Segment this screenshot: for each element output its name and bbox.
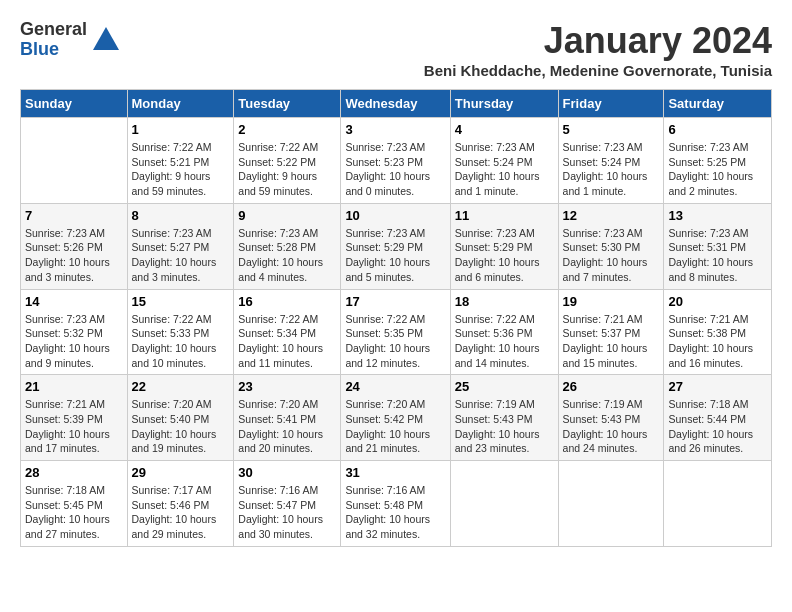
calendar-cell <box>450 461 558 547</box>
header-day-sunday: Sunday <box>21 90 128 118</box>
day-content: Sunrise: 7:23 AM Sunset: 5:29 PM Dayligh… <box>345 226 445 285</box>
day-content: Sunrise: 7:21 AM Sunset: 5:38 PM Dayligh… <box>668 312 767 371</box>
day-number: 30 <box>238 465 336 480</box>
day-content: Sunrise: 7:23 AM Sunset: 5:29 PM Dayligh… <box>455 226 554 285</box>
logo-general-text: General <box>20 20 87 40</box>
day-number: 4 <box>455 122 554 137</box>
day-number: 3 <box>345 122 445 137</box>
day-number: 19 <box>563 294 660 309</box>
week-row-2: 7Sunrise: 7:23 AM Sunset: 5:26 PM Daylig… <box>21 203 772 289</box>
calendar-cell: 31Sunrise: 7:16 AM Sunset: 5:48 PM Dayli… <box>341 461 450 547</box>
header-day-monday: Monday <box>127 90 234 118</box>
day-number: 31 <box>345 465 445 480</box>
week-row-5: 28Sunrise: 7:18 AM Sunset: 5:45 PM Dayli… <box>21 461 772 547</box>
day-content: Sunrise: 7:22 AM Sunset: 5:22 PM Dayligh… <box>238 140 336 199</box>
day-number: 16 <box>238 294 336 309</box>
day-number: 24 <box>345 379 445 394</box>
calendar-cell: 19Sunrise: 7:21 AM Sunset: 5:37 PM Dayli… <box>558 289 664 375</box>
day-content: Sunrise: 7:18 AM Sunset: 5:44 PM Dayligh… <box>668 397 767 456</box>
calendar-cell: 20Sunrise: 7:21 AM Sunset: 5:38 PM Dayli… <box>664 289 772 375</box>
day-content: Sunrise: 7:20 AM Sunset: 5:42 PM Dayligh… <box>345 397 445 456</box>
day-content: Sunrise: 7:23 AM Sunset: 5:32 PM Dayligh… <box>25 312 123 371</box>
logo-blue-text: Blue <box>20 40 87 60</box>
day-content: Sunrise: 7:23 AM Sunset: 5:24 PM Dayligh… <box>455 140 554 199</box>
calendar-cell: 23Sunrise: 7:20 AM Sunset: 5:41 PM Dayli… <box>234 375 341 461</box>
day-content: Sunrise: 7:18 AM Sunset: 5:45 PM Dayligh… <box>25 483 123 542</box>
calendar-cell: 16Sunrise: 7:22 AM Sunset: 5:34 PM Dayli… <box>234 289 341 375</box>
day-content: Sunrise: 7:23 AM Sunset: 5:28 PM Dayligh… <box>238 226 336 285</box>
calendar-body: 1Sunrise: 7:22 AM Sunset: 5:21 PM Daylig… <box>21 118 772 547</box>
day-content: Sunrise: 7:17 AM Sunset: 5:46 PM Dayligh… <box>132 483 230 542</box>
calendar-cell: 28Sunrise: 7:18 AM Sunset: 5:45 PM Dayli… <box>21 461 128 547</box>
day-content: Sunrise: 7:23 AM Sunset: 5:26 PM Dayligh… <box>25 226 123 285</box>
calendar-cell: 18Sunrise: 7:22 AM Sunset: 5:36 PM Dayli… <box>450 289 558 375</box>
location-title: Beni Kheddache, Medenine Governorate, Tu… <box>424 62 772 79</box>
header-day-wednesday: Wednesday <box>341 90 450 118</box>
calendar-cell <box>664 461 772 547</box>
day-number: 5 <box>563 122 660 137</box>
day-content: Sunrise: 7:21 AM Sunset: 5:39 PM Dayligh… <box>25 397 123 456</box>
day-number: 8 <box>132 208 230 223</box>
calendar-cell: 7Sunrise: 7:23 AM Sunset: 5:26 PM Daylig… <box>21 203 128 289</box>
calendar-cell: 9Sunrise: 7:23 AM Sunset: 5:28 PM Daylig… <box>234 203 341 289</box>
day-content: Sunrise: 7:22 AM Sunset: 5:36 PM Dayligh… <box>455 312 554 371</box>
day-content: Sunrise: 7:23 AM Sunset: 5:24 PM Dayligh… <box>563 140 660 199</box>
day-content: Sunrise: 7:22 AM Sunset: 5:35 PM Dayligh… <box>345 312 445 371</box>
calendar-cell: 29Sunrise: 7:17 AM Sunset: 5:46 PM Dayli… <box>127 461 234 547</box>
day-content: Sunrise: 7:19 AM Sunset: 5:43 PM Dayligh… <box>455 397 554 456</box>
calendar-cell: 4Sunrise: 7:23 AM Sunset: 5:24 PM Daylig… <box>450 118 558 204</box>
day-content: Sunrise: 7:22 AM Sunset: 5:21 PM Dayligh… <box>132 140 230 199</box>
day-content: Sunrise: 7:19 AM Sunset: 5:43 PM Dayligh… <box>563 397 660 456</box>
day-content: Sunrise: 7:16 AM Sunset: 5:47 PM Dayligh… <box>238 483 336 542</box>
month-title: January 2024 <box>424 20 772 62</box>
day-number: 9 <box>238 208 336 223</box>
calendar-cell: 10Sunrise: 7:23 AM Sunset: 5:29 PM Dayli… <box>341 203 450 289</box>
calendar-cell: 12Sunrise: 7:23 AM Sunset: 5:30 PM Dayli… <box>558 203 664 289</box>
calendar-cell: 11Sunrise: 7:23 AM Sunset: 5:29 PM Dayli… <box>450 203 558 289</box>
day-content: Sunrise: 7:23 AM Sunset: 5:25 PM Dayligh… <box>668 140 767 199</box>
header-row: SundayMondayTuesdayWednesdayThursdayFrid… <box>21 90 772 118</box>
calendar-cell: 22Sunrise: 7:20 AM Sunset: 5:40 PM Dayli… <box>127 375 234 461</box>
title-section: January 2024 Beni Kheddache, Medenine Go… <box>424 20 772 79</box>
header-day-tuesday: Tuesday <box>234 90 341 118</box>
day-content: Sunrise: 7:16 AM Sunset: 5:48 PM Dayligh… <box>345 483 445 542</box>
day-number: 29 <box>132 465 230 480</box>
header-day-thursday: Thursday <box>450 90 558 118</box>
day-number: 12 <box>563 208 660 223</box>
day-number: 27 <box>668 379 767 394</box>
calendar-header: SundayMondayTuesdayWednesdayThursdayFrid… <box>21 90 772 118</box>
calendar-cell: 21Sunrise: 7:21 AM Sunset: 5:39 PM Dayli… <box>21 375 128 461</box>
logo: General Blue <box>20 20 121 60</box>
calendar-cell: 15Sunrise: 7:22 AM Sunset: 5:33 PM Dayli… <box>127 289 234 375</box>
calendar-cell: 14Sunrise: 7:23 AM Sunset: 5:32 PM Dayli… <box>21 289 128 375</box>
calendar-cell: 13Sunrise: 7:23 AM Sunset: 5:31 PM Dayli… <box>664 203 772 289</box>
day-number: 28 <box>25 465 123 480</box>
day-number: 23 <box>238 379 336 394</box>
day-number: 20 <box>668 294 767 309</box>
day-content: Sunrise: 7:20 AM Sunset: 5:41 PM Dayligh… <box>238 397 336 456</box>
week-row-3: 14Sunrise: 7:23 AM Sunset: 5:32 PM Dayli… <box>21 289 772 375</box>
day-number: 11 <box>455 208 554 223</box>
day-number: 6 <box>668 122 767 137</box>
calendar-cell: 27Sunrise: 7:18 AM Sunset: 5:44 PM Dayli… <box>664 375 772 461</box>
day-content: Sunrise: 7:20 AM Sunset: 5:40 PM Dayligh… <box>132 397 230 456</box>
calendar-cell: 17Sunrise: 7:22 AM Sunset: 5:35 PM Dayli… <box>341 289 450 375</box>
day-number: 14 <box>25 294 123 309</box>
day-number: 17 <box>345 294 445 309</box>
day-content: Sunrise: 7:23 AM Sunset: 5:31 PM Dayligh… <box>668 226 767 285</box>
calendar-cell: 1Sunrise: 7:22 AM Sunset: 5:21 PM Daylig… <box>127 118 234 204</box>
day-number: 18 <box>455 294 554 309</box>
calendar-cell <box>21 118 128 204</box>
calendar-cell: 5Sunrise: 7:23 AM Sunset: 5:24 PM Daylig… <box>558 118 664 204</box>
calendar-cell: 6Sunrise: 7:23 AM Sunset: 5:25 PM Daylig… <box>664 118 772 204</box>
day-number: 2 <box>238 122 336 137</box>
header-day-saturday: Saturday <box>664 90 772 118</box>
day-number: 10 <box>345 208 445 223</box>
day-content: Sunrise: 7:23 AM Sunset: 5:23 PM Dayligh… <box>345 140 445 199</box>
calendar-cell: 26Sunrise: 7:19 AM Sunset: 5:43 PM Dayli… <box>558 375 664 461</box>
day-content: Sunrise: 7:22 AM Sunset: 5:34 PM Dayligh… <box>238 312 336 371</box>
day-number: 22 <box>132 379 230 394</box>
day-number: 21 <box>25 379 123 394</box>
calendar-table: SundayMondayTuesdayWednesdayThursdayFrid… <box>20 89 772 547</box>
page-header: General Blue January 2024 Beni Kheddache… <box>20 20 772 79</box>
